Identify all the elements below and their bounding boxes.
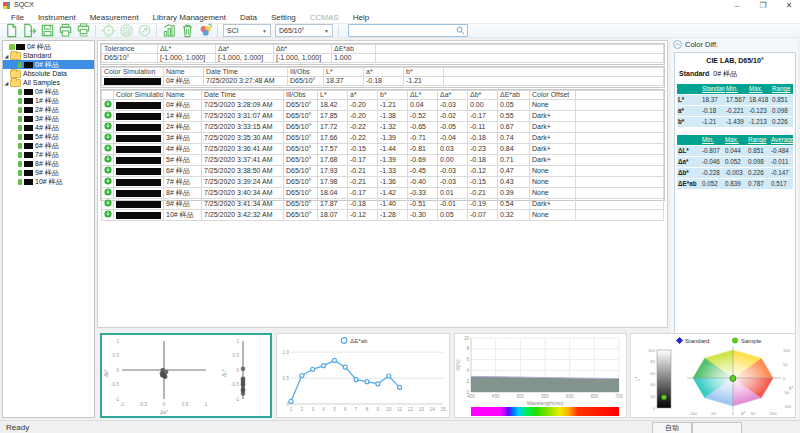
column-header: a* bbox=[348, 91, 378, 100]
stat-value: 0.044 bbox=[724, 146, 747, 157]
sample-row[interactable]: 9# 样品7/25/2020 3:41:34 AMD65/10°17.87-0.… bbox=[102, 199, 664, 210]
color-simulation bbox=[114, 199, 164, 210]
circle-arrow-icon[interactable] bbox=[135, 24, 153, 38]
cell: 17.85 bbox=[318, 111, 348, 122]
stat-value: -0.807 bbox=[701, 146, 724, 157]
search-icon[interactable] bbox=[456, 26, 465, 35]
target-icon[interactable] bbox=[99, 24, 117, 38]
maximize-button[interactable]: ❐ bbox=[752, 0, 774, 11]
column-header: ΔE*ab bbox=[332, 45, 376, 54]
cell: [-1.000, 1.000] bbox=[158, 54, 216, 63]
expander-icon[interactable]: ◢ bbox=[3, 53, 10, 59]
tolerance-grid: ToleranceΔL*Δa*Δb*ΔE*abD65/10°[-1.000, 1… bbox=[101, 44, 664, 63]
stat-value: 0.851 bbox=[771, 95, 793, 106]
cielab-svg: StandardSample100806040200L*100500-50-10… bbox=[631, 334, 795, 417]
column-header bbox=[677, 84, 701, 95]
cell: 0.03 bbox=[438, 144, 468, 155]
calibrate-icon[interactable] bbox=[117, 24, 135, 38]
stat-value: 0.098 bbox=[771, 106, 793, 117]
column-header bbox=[677, 135, 701, 146]
svg-text:2: 2 bbox=[301, 407, 304, 412]
stat-value: -0.228 bbox=[701, 168, 724, 179]
export-file-icon[interactable] bbox=[20, 24, 38, 38]
expander-icon[interactable]: ◢ bbox=[3, 80, 10, 86]
menu-item-file[interactable]: File bbox=[4, 13, 31, 22]
menu-item-measurement[interactable]: Measurement bbox=[83, 13, 146, 22]
sample-row[interactable]: 8# 样品7/25/2020 3:40:34 AMD65/10°18.04-0.… bbox=[102, 188, 664, 199]
stat-value: -0.18 bbox=[701, 106, 725, 117]
standard-label: Standard bbox=[679, 70, 709, 77]
print-word-icon[interactable]: Word bbox=[74, 24, 92, 38]
sample-marker-icon bbox=[18, 152, 22, 158]
cell: -0.04 bbox=[438, 133, 468, 144]
sample-row[interactable]: 6# 样品7/25/2020 3:38:50 AMD65/10°17.93-0.… bbox=[102, 166, 664, 177]
cell: -0.05 bbox=[438, 122, 468, 133]
color-wheel-icon[interactable] bbox=[196, 24, 214, 38]
auto-mode-button[interactable]: 自动 bbox=[652, 422, 692, 433]
svg-text:-100: -100 bbox=[783, 404, 792, 409]
color-offset: Dark+ bbox=[530, 155, 576, 166]
cell: -0.01 bbox=[438, 199, 468, 210]
cell: -0.17 bbox=[348, 188, 378, 199]
sample-row[interactable]: 1# 样品7/25/2020 3:31:07 AMD65/10°17.85-0.… bbox=[102, 111, 664, 122]
sample-row[interactable]: 2# 样品7/25/2020 3:33:15 AMD65/10°17.72-0.… bbox=[102, 122, 664, 133]
column-header: Name bbox=[164, 68, 204, 77]
cell: -0.12 bbox=[468, 166, 498, 177]
svg-text:1: 1 bbox=[116, 339, 119, 344]
close-button[interactable]: ✕ bbox=[778, 0, 800, 11]
sample-row[interactable]: 10# 样品7/25/2020 3:42:32 AMD65/10°18.07-0… bbox=[102, 210, 664, 221]
stat-value: -0.123 bbox=[748, 106, 771, 117]
collapse-chevron-icon[interactable] bbox=[673, 40, 682, 49]
illuminant-observer-select[interactable]: D65/10°▼ bbox=[275, 24, 333, 37]
svg-text:50: 50 bbox=[783, 362, 788, 367]
sample-row[interactable]: 7# 样品7/25/2020 3:39:24 AMD65/10°17.98-0.… bbox=[102, 177, 664, 188]
cielab-plot-panel[interactable]: StandardSample100806040200L*100500-50-10… bbox=[630, 333, 796, 418]
svg-text:Δb*: Δb* bbox=[103, 369, 109, 377]
delete-trash-icon[interactable] bbox=[178, 24, 196, 38]
color-simulation bbox=[114, 144, 164, 155]
svg-text:4: 4 bbox=[322, 407, 325, 412]
aperture-mode-select[interactable]: SCI▼ bbox=[223, 24, 271, 37]
sample-row[interactable]: 3# 样品7/25/2020 3:35:30 AMD65/10°17.66-0.… bbox=[102, 133, 664, 144]
svg-text:0: 0 bbox=[163, 402, 166, 407]
date-time: 7/25/2020 3:27:48 AM bbox=[204, 77, 288, 86]
svg-text:450: 450 bbox=[492, 394, 500, 399]
color-offset: Dark+ bbox=[530, 199, 576, 210]
menu-item-instrument[interactable]: Instrument bbox=[31, 13, 83, 22]
menu-item-setting[interactable]: Setting bbox=[264, 13, 303, 22]
column-header: Range bbox=[771, 84, 793, 95]
color-swatch bbox=[24, 179, 33, 185]
menu-item-help[interactable]: Help bbox=[346, 13, 376, 22]
sample-row[interactable]: 5# 样品7/25/2020 3:37:41 AMD65/10°17.68-0.… bbox=[102, 155, 664, 166]
spectral-panel[interactable]: 0246810400450500550600650700Wavelength(n… bbox=[454, 333, 627, 418]
sample-row[interactable]: 0# 样品7/25/2020 3:28:09 AMD65/10°18.42-0.… bbox=[102, 100, 664, 111]
search-input[interactable] bbox=[349, 26, 456, 35]
delta-e-trend-panel[interactable]: 1.00.50123456789101112131415ΔE*ab bbox=[276, 333, 450, 418]
ill-obs: D65/10° bbox=[284, 177, 318, 188]
color-diff-header[interactable]: Color Diff. bbox=[671, 38, 798, 51]
tolerance-table: ToleranceΔL*Δa*Δb*ΔE*abD65/10°[-1.000, 1… bbox=[100, 43, 665, 65]
measurement-area: ToleranceΔL*Δa*Δb*ΔE*abD65/10°[-1.000, 1… bbox=[97, 40, 668, 328]
tolerance-row[interactable]: D65/10°[-1.000, 1.000][-1.000, 1.000][-1… bbox=[102, 54, 664, 63]
statistics-chart-icon[interactable] bbox=[160, 24, 178, 38]
ill-obs: D65/10° bbox=[284, 144, 318, 155]
tree-group-label: Standard bbox=[23, 52, 51, 59]
color-swatch bbox=[116, 212, 161, 219]
svg-text:650: 650 bbox=[590, 394, 598, 399]
menu-item-data[interactable]: Data bbox=[233, 13, 264, 22]
new-file-icon[interactable] bbox=[2, 24, 20, 38]
toolbar-separator bbox=[156, 25, 157, 37]
standard-row[interactable]: 0# 样品7/25/2020 3:27:48 AMD65/10°18.37-0.… bbox=[102, 77, 664, 86]
svg-text:50: 50 bbox=[751, 411, 756, 416]
cell: -0.30 bbox=[408, 210, 438, 221]
color-swatch bbox=[24, 116, 33, 122]
sample-row[interactable]: 4# 样品7/25/2020 3:36:41 AMD65/10°17.57-0.… bbox=[102, 144, 664, 155]
sample-marker-icon bbox=[18, 98, 22, 104]
delta-scatter-panel[interactable]: 10.50-0.5-1-1-0.500.51Δa*Δb*10.50-0.5-1Δ… bbox=[100, 333, 272, 418]
save-icon[interactable] bbox=[38, 24, 56, 38]
print-icon[interactable] bbox=[56, 24, 74, 38]
minimize-button[interactable]: – bbox=[726, 0, 748, 11]
tree-item-sample[interactable]: 10# 样品 bbox=[3, 177, 94, 186]
menu-item-ccmas[interactable]: CCMAS bbox=[303, 13, 346, 22]
menu-item-library-management[interactable]: Library Management bbox=[146, 13, 233, 22]
